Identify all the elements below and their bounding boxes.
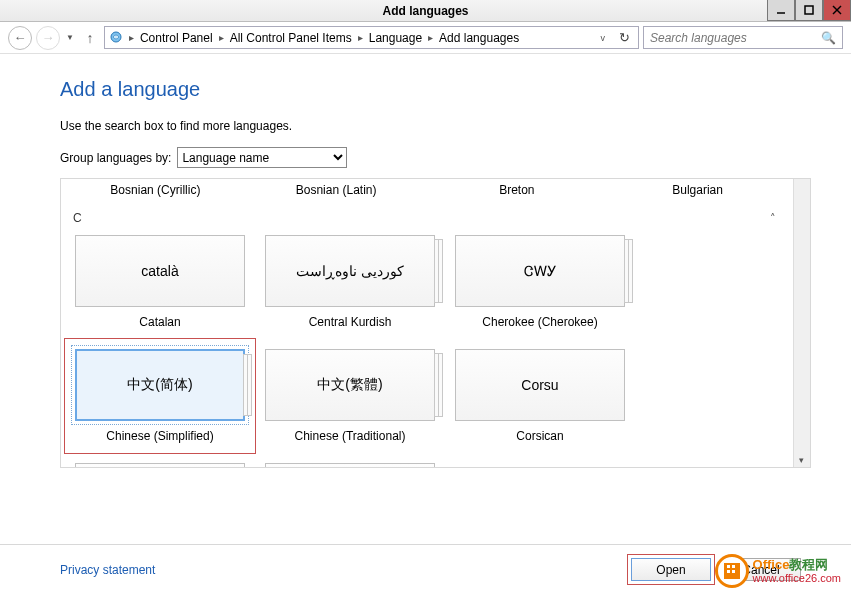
language-tile-chinese-simplified[interactable]: 中文(简体) Chinese (Simplified) <box>75 349 245 443</box>
group-by-select[interactable]: Language name <box>177 147 347 168</box>
tile-card: ᏣᎳᎩ <box>455 235 625 307</box>
group-by-label: Group languages by: <box>60 151 171 165</box>
footer: Privacy statement Open Cancel <box>0 544 851 594</box>
up-button[interactable]: ↑ <box>80 30 100 46</box>
language-label: Bosnian (Cyrillic) <box>89 183 222 197</box>
refresh-icon[interactable]: ↻ <box>613 30 636 45</box>
content-area: Add a language Use the search box to fin… <box>0 54 851 544</box>
language-tile-catalan[interactable]: català Catalan <box>75 235 245 329</box>
breadcrumb-item[interactable]: Control Panel <box>138 31 215 45</box>
forward-button[interactable]: → <box>36 26 60 50</box>
tile-card: Corsu <box>455 349 625 421</box>
title-bar: Add languages <box>0 0 851 22</box>
language-tile-central-kurdish[interactable]: كورديی ناوەڕاست Central Kurdish <box>265 235 435 329</box>
chevron-right-icon[interactable]: ▸ <box>426 32 435 43</box>
search-input[interactable]: Search languages 🔍 <box>643 26 843 49</box>
breadcrumb-item[interactable]: Language <box>367 31 424 45</box>
language-list: Bosnian (Cyrillic) Bosnian (Latin) Breto… <box>60 178 811 468</box>
scrollbar[interactable]: ▾ <box>793 179 810 467</box>
breadcrumb-item[interactable]: All Control Panel Items <box>228 31 354 45</box>
tile-label: Cherokee (Cherokee) <box>455 315 625 329</box>
chevron-right-icon[interactable]: ▸ <box>356 32 365 43</box>
tile-label: Central Kurdish <box>265 315 435 329</box>
language-label: Bulgarian <box>631 183 764 197</box>
maximize-button[interactable] <box>795 0 823 21</box>
location-icon <box>107 29 125 47</box>
privacy-link[interactable]: Privacy statement <box>60 563 155 577</box>
section-letter: C <box>73 211 82 225</box>
window-title: Add languages <box>382 4 468 18</box>
minimize-button[interactable] <box>767 0 795 21</box>
language-label: Bosnian (Latin) <box>270 183 403 197</box>
tile-grid-c: català Catalan كورديی ناوەڕاست Central K… <box>69 229 784 467</box>
tile-card: كورديی ناوەڕاست <box>265 235 435 307</box>
navigation-bar: ← → ▼ ↑ ▸ Control Panel ▸ All Control Pa… <box>0 22 851 54</box>
history-dropdown-icon[interactable]: ▼ <box>64 33 76 42</box>
tile-label: Chinese (Simplified) <box>75 429 245 443</box>
back-button[interactable]: ← <box>8 26 32 50</box>
window-buttons <box>767 0 851 21</box>
tile-label: Corsican <box>455 429 625 443</box>
tile-card: čeština <box>265 463 435 467</box>
tile-card: hrvatski <box>75 463 245 467</box>
tile-card: 中文(繁體) <box>265 349 435 421</box>
chevron-right-icon[interactable]: ▸ <box>217 32 226 43</box>
language-label: Breton <box>451 183 584 197</box>
language-tile-chinese-traditional[interactable]: 中文(繁體) Chinese (Traditional) <box>265 349 435 443</box>
tile-label: Chinese (Traditional) <box>265 429 435 443</box>
tile-label: Catalan <box>75 315 245 329</box>
svg-rect-1 <box>805 6 813 14</box>
breadcrumb-item[interactable]: Add languages <box>437 31 521 45</box>
chevron-up-icon[interactable]: ˄ <box>770 212 780 225</box>
address-dropdown-icon[interactable]: v <box>595 33 612 43</box>
cancel-button[interactable]: Cancel <box>721 558 801 581</box>
tile-card: 中文(简体) <box>75 349 245 421</box>
scroll-down-icon[interactable]: ▾ <box>795 455 808 465</box>
partial-row-top: Bosnian (Cyrillic) Bosnian (Latin) Breto… <box>69 179 784 205</box>
search-placeholder: Search languages <box>650 31 747 45</box>
tile-card: català <box>75 235 245 307</box>
close-button[interactable] <box>823 0 851 21</box>
language-tile-cherokee[interactable]: ᏣᎳᎩ Cherokee (Cherokee) <box>455 235 625 329</box>
search-icon[interactable]: 🔍 <box>821 31 836 45</box>
chevron-right-icon[interactable]: ▸ <box>127 32 136 43</box>
open-button[interactable]: Open <box>631 558 711 581</box>
page-title: Add a language <box>60 78 811 101</box>
address-bar[interactable]: ▸ Control Panel ▸ All Control Panel Item… <box>104 26 639 49</box>
group-by-row: Group languages by: Language name <box>60 147 811 168</box>
language-tile-czech[interactable]: čeština Czech <box>265 463 435 467</box>
help-text: Use the search box to find more language… <box>60 119 811 133</box>
section-header-c[interactable]: C ˄ <box>69 205 784 229</box>
language-tile-corsican[interactable]: Corsu Corsican <box>455 349 625 443</box>
language-tile-croatian[interactable]: hrvatski Croatian <box>75 463 245 467</box>
